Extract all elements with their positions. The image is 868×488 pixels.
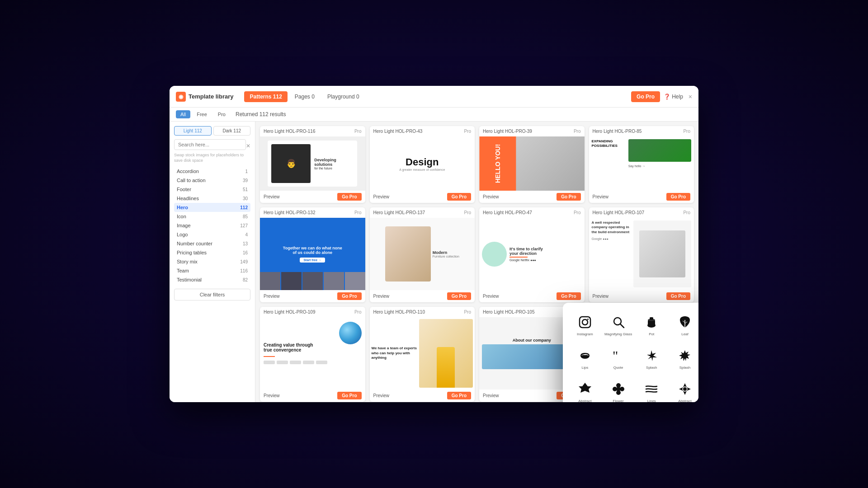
card-43-design-text: Design <box>406 156 439 168</box>
sidebar-item-call-to-action[interactable]: Call to action 39 <box>174 176 250 185</box>
filter-pro[interactable]: Pro <box>213 110 230 118</box>
card-43-go-pro[interactable]: Go Pro <box>447 193 471 201</box>
clear-search-icon[interactable]: ✕ <box>246 143 250 149</box>
card-85-image: EXPANDINGPOSSIBILITIES Say hello → <box>589 136 694 191</box>
sidebar: Light 112 Dark 112 ✕ Swap stock images f… <box>170 122 255 402</box>
card-47: Hero Light HOL-PRO-47 Pro It's time to c… <box>479 207 585 302</box>
card-109-go-pro[interactable]: Go Pro <box>337 392 361 399</box>
tab-playground[interactable]: Playground 0 <box>322 91 365 102</box>
card-116-footer: Preview Go Pro <box>260 191 365 203</box>
instagram-icon <box>577 314 593 330</box>
tab-pages[interactable]: Pages 0 <box>289 91 320 102</box>
clear-filters-button[interactable]: Clear filters <box>174 289 250 300</box>
sidebar-item-headlines[interactable]: Headlines 30 <box>174 194 250 203</box>
go-pro-button[interactable]: Go Pro <box>631 91 660 102</box>
abstract2-icon <box>677 381 693 397</box>
card-116-header: Hero Light HOL-PRO-116 Pro <box>260 126 365 136</box>
card-116-preview[interactable]: Preview <box>264 194 280 199</box>
sidebar-item-logo[interactable]: Logo 4 <box>174 230 250 239</box>
icon-abstract1[interactable]: Abstract <box>570 377 600 402</box>
card-43-footer: Preview Go Pro <box>370 191 475 203</box>
card-116-go-pro[interactable]: Go Pro <box>337 193 361 201</box>
card-47-go-pro[interactable]: Go Pro <box>557 292 580 300</box>
sidebar-item-accordion[interactable]: Accordion 1 <box>174 167 250 176</box>
icon-panel: Instagram Magnifying Glass Pot <box>563 303 698 402</box>
card-110-preview[interactable]: Preview <box>373 393 390 398</box>
card-132-go-pro[interactable]: Go Pro <box>337 292 361 300</box>
card-107-badge: Pro <box>683 210 690 215</box>
lines-icon <box>643 381 660 397</box>
sidebar-item-testimonial[interactable]: Testimonial 82 <box>174 275 250 284</box>
card-47-preview[interactable]: Preview <box>483 294 499 299</box>
icon-leaf[interactable]: Leaf <box>670 310 698 340</box>
tab-patterns[interactable]: Patterns 112 <box>244 91 287 102</box>
sidebar-item-number-counter[interactable]: Number counter 13 <box>174 239 250 248</box>
sidebar-item-icon[interactable]: Icon 85 <box>174 212 250 221</box>
card-132-header: Hero Light HOL-PRO-132 Pro <box>260 207 365 218</box>
card-39-go-pro[interactable]: Go Pro <box>557 193 580 201</box>
card-137-preview[interactable]: Preview <box>373 294 390 299</box>
card-132-preview[interactable]: Preview <box>264 294 280 299</box>
svg-point-1 <box>582 319 588 325</box>
card-116: Hero Light HOL-PRO-116 Pro 👨 Developing … <box>260 126 365 203</box>
icon-flower[interactable]: Flower <box>604 377 633 402</box>
card-105-title: Hero Light HOL-PRO-105 <box>483 310 535 314</box>
icon-splash2[interactable]: Splash <box>670 343 698 373</box>
svg-point-23 <box>616 387 621 391</box>
lips-icon <box>577 347 593 364</box>
filter-all[interactable]: All <box>176 110 190 118</box>
splash2-label: Splash <box>679 366 690 370</box>
card-110-go-pro[interactable]: Go Pro <box>447 392 471 399</box>
card-85-go-pro[interactable]: Go Pro <box>666 193 690 201</box>
sidebar-item-image[interactable]: Image 127 <box>174 221 250 230</box>
card-85-preview[interactable]: Preview <box>593 194 609 199</box>
close-button[interactable]: × <box>689 93 692 100</box>
card-43-preview[interactable]: Preview <box>373 194 390 199</box>
sidebar-item-story-mix[interactable]: Story mix 149 <box>174 257 250 266</box>
card-43-header: Hero Light HOL-PRO-43 Pro <box>370 126 475 136</box>
theme-dark-btn[interactable]: Dark 112 <box>213 126 251 136</box>
card-39-footer: Preview Go Pro <box>479 191 585 203</box>
card-85: Hero Light HOL-PRO-85 Pro EXPANDINGPOSSI… <box>589 126 694 203</box>
card-105-about-text: About our company <box>513 338 551 343</box>
card-85-badge: Pro <box>683 129 690 134</box>
card-47-image: It's time to clarifyyour direction Googl… <box>479 218 585 290</box>
card-47-badge: Pro <box>574 210 581 215</box>
icon-lines[interactable]: Lines <box>637 377 666 402</box>
splash-icon <box>643 347 660 364</box>
icon-magnifying-glass[interactable]: Magnifying Glass <box>604 310 633 340</box>
icon-lips[interactable]: Lips <box>570 343 600 373</box>
header: ◉ Template library Patterns 112 Pages 0 … <box>170 86 698 108</box>
abstract1-label: Abstract <box>578 399 591 403</box>
card-107-footer: Preview Go Pro <box>589 290 694 302</box>
card-43-sub-text: A greater measure of confidence <box>399 168 445 171</box>
card-105-preview[interactable]: Preview <box>483 393 499 398</box>
pot-label: Pot <box>649 332 654 336</box>
quote-icon: " <box>610 347 627 364</box>
card-109-preview[interactable]: Preview <box>264 393 280 398</box>
theme-light-btn[interactable]: Light 112 <box>174 126 212 136</box>
sidebar-item-team[interactable]: Team 116 <box>174 266 250 275</box>
sidebar-item-hero[interactable]: Hero 112 <box>174 203 250 212</box>
search-input[interactable] <box>174 139 246 150</box>
icon-splash1[interactable]: Splash <box>637 343 666 373</box>
card-137-go-pro[interactable]: Go Pro <box>447 292 471 300</box>
sidebar-item-footer[interactable]: Footer 51 <box>174 185 250 194</box>
card-107-preview[interactable]: Preview <box>593 294 609 299</box>
card-132-btn: Start free → <box>300 258 325 263</box>
icon-abstract2[interactable]: Abstract <box>670 377 698 402</box>
svg-point-24 <box>683 387 687 391</box>
theme-buttons: Light 112 Dark 112 <box>174 126 250 136</box>
results-count: Returned 112 results <box>236 111 286 117</box>
card-137-image: Modern Furniture collection <box>370 218 475 290</box>
card-107-go-pro[interactable]: Go Pro <box>666 292 690 300</box>
icon-quote[interactable]: " Quote <box>604 343 633 373</box>
filter-free[interactable]: Free <box>192 110 212 118</box>
card-39-preview[interactable]: Preview <box>483 194 499 199</box>
help-button[interactable]: ❓ Help <box>664 94 683 100</box>
icon-pot[interactable]: Pot <box>637 310 666 340</box>
leaf-label: Leaf <box>681 332 689 336</box>
icon-instagram[interactable]: Instagram <box>570 310 600 340</box>
card-132-badge: Pro <box>354 210 362 215</box>
sidebar-item-pricing-tables[interactable]: Pricing tables 16 <box>174 248 250 257</box>
